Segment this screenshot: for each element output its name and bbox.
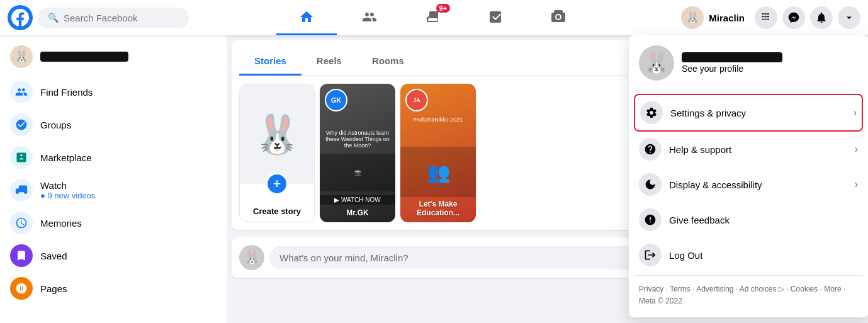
facebook-logo[interactable] <box>8 5 33 30</box>
sidebar-item-find-friends[interactable]: Find Friends <box>5 76 222 108</box>
nav-right: 🐰 Miraclin <box>676 4 860 31</box>
dropdown-item-display[interactable]: Display & accessibility › <box>634 167 863 202</box>
story-mrgk-label: Mr.GK <box>320 208 395 217</box>
story-gk-avatar: GK <box>325 89 347 111</box>
friends-icon <box>10 81 33 103</box>
chevron-right-icon: › <box>854 107 857 118</box>
nav-tab-video[interactable]: 9+ <box>402 0 463 35</box>
story-edu-content: JA #AduthaNikku 2021 👥 Let's Make Educat… <box>400 84 476 222</box>
create-story-bottom: Create story <box>240 200 314 222</box>
dropdown-item-label: Give feedback <box>669 215 858 225</box>
dropdown-item-settings[interactable]: Settings & privacy › <box>634 94 863 132</box>
memories-icon <box>10 212 33 234</box>
sidebar-watch-info: Watch ● 9 new videos <box>40 180 95 200</box>
pages-icon <box>10 277 33 300</box>
user-avatar: 🐰 <box>681 6 704 29</box>
sidebar-item-marketplace[interactable]: Marketplace <box>5 141 222 174</box>
sidebar-item-label: Saved <box>40 251 67 261</box>
story-gk-text: Why did Astronauts learn these Weirdest … <box>320 127 395 151</box>
dropdown-item-label: Log Out <box>669 250 858 261</box>
logout-icon <box>639 244 662 266</box>
create-story-image: 🐰 <box>240 84 314 184</box>
story-mrgk[interactable]: GK Why did Astronauts learn these Weirde… <box>320 84 395 222</box>
dropdown-profile-avatar: 🐰 <box>639 45 674 81</box>
account-dropdown-button[interactable] <box>838 6 860 29</box>
story-edu-avatar: JA <box>405 89 428 111</box>
dropdown-item-logout[interactable]: Log Out <box>634 237 863 273</box>
groups-icon <box>10 113 33 136</box>
sidebar-item-label: Pages <box>40 283 67 294</box>
create-story-card[interactable]: 🐰 + Create story <box>239 84 315 222</box>
dropdown-profile-link: See your profile <box>682 64 782 74</box>
gear-icon <box>640 101 663 124</box>
chevron-right-icon: › <box>855 144 858 155</box>
nav-center: 9+ <box>189 0 676 35</box>
nav-username: Miraclin <box>709 13 745 23</box>
nav-tab-marketplace[interactable] <box>465 0 526 35</box>
dropdown-footer: Privacy · Terms · Advertising · Ad choic… <box>634 278 863 312</box>
post-user-avatar: 🐰 <box>239 245 264 270</box>
feedback-icon <box>639 208 662 231</box>
marketplace-icon <box>10 146 33 169</box>
sidebar: 🐰 Find Friends Groups Marketplace <box>0 35 227 323</box>
dropdown-item-feedback[interactable]: Give feedback <box>634 202 863 237</box>
sidebar-item-label: Marketplace <box>40 152 92 163</box>
sidebar-item-saved[interactable]: Saved <box>5 239 222 272</box>
dropdown-divider-2 <box>634 275 863 276</box>
svg-rect-0 <box>430 13 438 18</box>
sidebar-user-avatar: 🐰 <box>10 45 33 68</box>
nav-tab-groups[interactable] <box>528 0 589 35</box>
dropdown-profile-info: See your profile <box>682 52 782 74</box>
sidebar-watch-sublabel: ● 9 new videos <box>40 191 95 200</box>
help-icon <box>639 138 662 161</box>
dropdown-profile-row[interactable]: 🐰 See your profile <box>634 40 863 86</box>
watch-icon <box>10 179 33 201</box>
story-watch-badge: ▶ WATCH NOW <box>320 195 395 205</box>
search-bar[interactable]: 🔍 <box>38 8 189 28</box>
tab-stories[interactable]: Stories <box>239 48 302 76</box>
account-dropdown: 🐰 See your profile Settings & privacy › … <box>629 35 868 317</box>
story-edu-label: Let's Make Education... <box>400 200 476 217</box>
nav-tab-home[interactable] <box>276 0 337 35</box>
sidebar-watch-label: Watch <box>40 180 95 191</box>
dropdown-item-label: Help & support <box>669 144 847 155</box>
dropdown-item-label: Display & accessibility <box>669 179 847 190</box>
story-gk-media: 📸 <box>320 154 395 191</box>
nav-user[interactable]: 🐰 Miraclin <box>676 4 750 31</box>
search-input[interactable] <box>64 13 179 23</box>
chevron-right-icon: › <box>855 179 858 190</box>
sidebar-item-label: Memories <box>40 218 82 229</box>
create-story-plus: + <box>266 173 288 195</box>
sidebar-item-watch[interactable]: Watch ● 9 new videos <box>5 174 222 207</box>
story-mrgk-content: GK Why did Astronauts learn these Weirde… <box>320 84 395 222</box>
sidebar-user[interactable]: 🐰 <box>5 40 222 73</box>
bunny-illustration: 🐰 <box>254 112 301 157</box>
story-edu-text: #AduthaNikku 2021 <box>411 114 466 125</box>
story-edu-crowd: 👥 <box>400 147 476 197</box>
sidebar-item-pages[interactable]: Pages <box>5 272 222 305</box>
dropdown-item-label: Settings & privacy <box>670 108 846 118</box>
sidebar-item-label: Groups <box>40 120 71 130</box>
moon-icon <box>639 173 662 196</box>
dropdown-divider-1 <box>634 91 863 91</box>
tab-rooms[interactable]: Rooms <box>357 48 419 76</box>
sidebar-item-label: Find Friends <box>40 87 93 98</box>
sidebar-item-memories[interactable]: Memories <box>5 207 222 239</box>
saved-icon <box>10 244 33 267</box>
dropdown-profile-name-redacted <box>682 52 782 62</box>
video-badge: 9+ <box>436 4 451 13</box>
search-icon: 🔍 <box>48 13 59 23</box>
sidebar-item-groups[interactable]: Groups <box>5 108 222 141</box>
messenger-button[interactable] <box>782 6 805 29</box>
dropdown-item-help[interactable]: Help & support › <box>634 132 863 167</box>
apps-button[interactable] <box>755 6 777 29</box>
create-story-label: Create story <box>253 207 301 216</box>
sidebar-username-redacted <box>40 52 128 62</box>
story-education[interactable]: JA #AduthaNikku 2021 👥 Let's Make Educat… <box>400 84 476 222</box>
notifications-button[interactable] <box>810 6 833 29</box>
topnav: 🔍 9+ 🐰 Miraclin <box>0 0 868 35</box>
tab-reels[interactable]: Reels <box>302 48 357 76</box>
nav-tab-friends[interactable] <box>339 0 400 35</box>
